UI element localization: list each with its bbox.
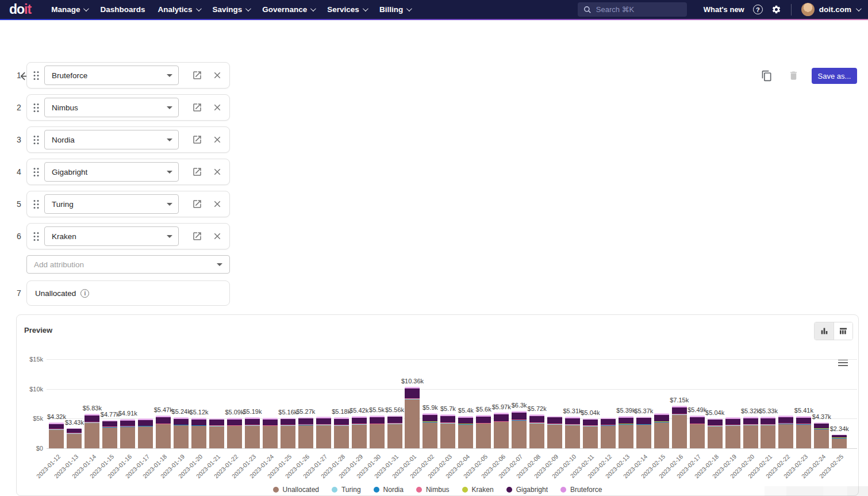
remove-icon[interactable] — [212, 167, 222, 177]
nav-item-savings[interactable]: Savings — [206, 0, 256, 19]
remove-icon[interactable] — [212, 134, 222, 145]
whats-new-link[interactable]: What's new — [704, 5, 744, 14]
search-box[interactable] — [578, 2, 687, 17]
bar-2023-02-02[interactable] — [423, 413, 437, 448]
settings-gear-icon[interactable] — [771, 5, 781, 14]
drag-handle-icon[interactable] — [33, 135, 40, 145]
bar-2023-01-24[interactable] — [263, 418, 278, 448]
bar-2023-02-05[interactable] — [476, 415, 491, 448]
bar-2023-02-04[interactable] — [458, 416, 473, 448]
bar-2023-01-19[interactable] — [174, 417, 189, 448]
bar-2023-02-18[interactable] — [708, 418, 723, 448]
bar-2023-02-01[interactable] — [405, 387, 420, 448]
bar-2023-01-22[interactable] — [227, 418, 242, 448]
bar-2023-01-20[interactable] — [191, 418, 206, 448]
remove-icon[interactable] — [212, 231, 222, 241]
help-icon[interactable]: ? — [753, 5, 763, 14]
delete-icon[interactable] — [788, 70, 799, 81]
remove-icon[interactable] — [212, 70, 222, 80]
open-in-new-icon[interactable] — [192, 199, 202, 209]
bar-2023-02-08[interactable] — [529, 414, 544, 448]
duplicate-icon[interactable] — [761, 70, 773, 82]
bar-2023-01-17[interactable] — [138, 418, 153, 448]
bar-2023-02-07[interactable] — [512, 411, 527, 448]
nav-item-services[interactable]: Services — [321, 0, 373, 19]
bar-2023-01-26[interactable] — [298, 417, 313, 448]
bar-2023-01-15[interactable] — [102, 420, 117, 448]
save-as-button[interactable]: Save as... — [812, 68, 857, 84]
open-in-new-icon[interactable] — [192, 167, 202, 177]
bar-2023-01-21[interactable] — [209, 418, 224, 448]
open-in-new-icon[interactable] — [192, 70, 202, 80]
remove-icon[interactable] — [212, 102, 222, 113]
legend-item-gigabright[interactable]: Gigabright — [506, 486, 548, 494]
attribution-select[interactable]: Turing — [44, 194, 179, 214]
legend-item-turing[interactable]: Turing — [332, 486, 361, 494]
legend-item-nimbus[interactable]: Nimbus — [416, 486, 450, 494]
bar-2023-01-16[interactable] — [120, 419, 135, 448]
bar-2023-02-25[interactable] — [832, 435, 847, 448]
bar-2023-01-28[interactable] — [334, 417, 349, 448]
nav-item-analytics[interactable]: Analytics — [151, 0, 206, 19]
bar-2023-02-22[interactable] — [778, 416, 793, 448]
account-menu[interactable]: doit.com — [801, 3, 860, 16]
drag-handle-icon[interactable] — [33, 232, 40, 241]
bar-2023-02-06[interactable] — [494, 413, 509, 448]
open-in-new-icon[interactable] — [192, 231, 202, 241]
bar-2023-02-13[interactable] — [619, 416, 633, 448]
drag-handle-icon[interactable] — [33, 71, 40, 80]
segment-unallocated — [174, 425, 189, 448]
attribution-select[interactable]: Gigabright — [44, 162, 179, 182]
page-header: Engineering Teams Save as... — [0, 32, 868, 57]
bar-2023-01-18[interactable] — [156, 416, 171, 448]
drag-handle-icon[interactable] — [33, 103, 40, 113]
remove-icon[interactable] — [212, 199, 222, 209]
nav-item-dashboards[interactable]: Dashboards — [94, 0, 151, 19]
bar-2023-02-19[interactable] — [725, 417, 740, 448]
bar-2023-01-13[interactable] — [67, 428, 82, 448]
nav-item-governance[interactable]: Governance — [256, 0, 321, 19]
drag-handle-icon[interactable] — [33, 167, 40, 177]
bar-2023-02-14[interactable] — [636, 417, 651, 448]
legend-item-nordia[interactable]: Nordia — [374, 486, 404, 494]
attribution-select[interactable]: Nimbus — [44, 98, 179, 117]
bar-2023-01-12[interactable] — [49, 422, 64, 448]
bar-2023-02-21[interactable] — [761, 417, 775, 448]
bar-2023-01-23[interactable] — [245, 417, 260, 448]
segment-gigabright — [352, 418, 367, 424]
attribution-row: 5 Turing — [16, 191, 234, 217]
segment-unallocated — [512, 421, 527, 448]
open-in-new-icon[interactable] — [192, 134, 202, 145]
nav-item-billing[interactable]: Billing — [373, 0, 417, 19]
legend-item-kraken[interactable]: Kraken — [462, 486, 494, 494]
attribution-select[interactable]: Bruteforce — [44, 66, 179, 85]
attribution-select[interactable]: Kraken — [44, 226, 179, 246]
legend-item-unallocated[interactable]: Unallocated — [273, 486, 319, 494]
bar-2023-02-12[interactable] — [601, 418, 616, 448]
bar-2023-01-31[interactable] — [387, 416, 402, 448]
bar-2023-01-25[interactable] — [281, 418, 295, 448]
bar-2023-02-15[interactable] — [654, 413, 669, 448]
bar-2023-01-30[interactable] — [370, 416, 385, 448]
bar-2023-02-17[interactable] — [690, 416, 705, 448]
bar-2023-02-10[interactable] — [565, 417, 580, 448]
doit-logo[interactable]: doit — [9, 3, 31, 16]
info-icon[interactable]: i — [80, 289, 89, 298]
open-in-new-icon[interactable] — [192, 102, 202, 113]
drag-handle-icon[interactable] — [33, 199, 40, 209]
bar-2023-02-23[interactable] — [796, 416, 811, 448]
segment-unallocated — [654, 422, 669, 448]
add-attribution-select[interactable]: Add attribution — [26, 255, 230, 274]
bar-2023-01-27[interactable] — [316, 417, 331, 448]
legend-item-bruteforce[interactable]: Bruteforce — [560, 486, 602, 494]
segment-unallocated — [387, 424, 402, 448]
bar-2023-02-09[interactable] — [547, 416, 562, 448]
attribution-select[interactable]: Nordia — [44, 130, 179, 149]
bar-2023-02-11[interactable] — [583, 418, 598, 448]
bar-2023-01-29[interactable] — [352, 416, 367, 448]
bar-2023-02-03[interactable] — [440, 414, 455, 448]
bar-2023-02-20[interactable] — [743, 417, 758, 448]
search-input[interactable] — [596, 5, 681, 14]
nav-item-manage[interactable]: Manage — [45, 0, 94, 19]
bar-2023-01-14[interactable] — [85, 414, 99, 448]
